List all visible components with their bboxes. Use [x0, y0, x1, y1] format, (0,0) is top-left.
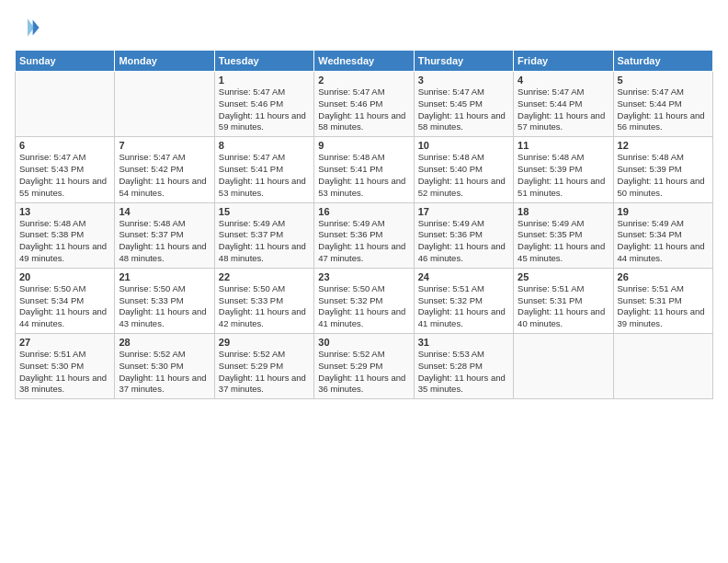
- day-info: Sunrise: 5:49 AMSunset: 5:34 PMDaylight:…: [618, 218, 709, 265]
- day-info: Sunrise: 5:47 AMSunset: 5:46 PMDaylight:…: [318, 86, 409, 133]
- calendar-cell: 2 Sunrise: 5:47 AMSunset: 5:46 PMDayligh…: [314, 72, 414, 137]
- day-number: 19: [618, 206, 709, 217]
- calendar-cell: 15 Sunrise: 5:49 AMSunset: 5:37 PMDaylig…: [214, 202, 313, 268]
- day-info: Sunrise: 5:49 AMSunset: 5:35 PMDaylight:…: [518, 218, 609, 265]
- calendar-week-row: 20 Sunrise: 5:50 AMSunset: 5:34 PMDaylig…: [16, 268, 713, 333]
- calendar-cell: [514, 334, 613, 399]
- day-info: Sunrise: 5:52 AMSunset: 5:29 PMDaylight:…: [318, 349, 409, 396]
- calendar-cell: [115, 72, 214, 137]
- calendar-cell: 6 Sunrise: 5:47 AMSunset: 5:43 PMDayligh…: [16, 137, 115, 202]
- calendar-cell: 8 Sunrise: 5:47 AMSunset: 5:41 PMDayligh…: [214, 137, 313, 202]
- calendar-cell: 3 Sunrise: 5:47 AMSunset: 5:45 PMDayligh…: [414, 72, 513, 137]
- day-number: 20: [19, 271, 110, 282]
- column-header-wednesday: Wednesday: [314, 51, 414, 72]
- calendar-cell: [16, 72, 115, 137]
- page-header: [15, 15, 713, 40]
- day-number: 21: [119, 271, 210, 282]
- calendar-cell: 21 Sunrise: 5:50 AMSunset: 5:33 PMDaylig…: [115, 268, 214, 333]
- day-number: 22: [219, 271, 310, 282]
- calendar-header-row: SundayMondayTuesdayWednesdayThursdayFrid…: [16, 51, 713, 72]
- day-number: 13: [19, 206, 110, 217]
- calendar-cell: 7 Sunrise: 5:47 AMSunset: 5:42 PMDayligh…: [115, 137, 214, 202]
- day-number: 18: [518, 206, 609, 217]
- day-info: Sunrise: 5:47 AMSunset: 5:43 PMDaylight:…: [19, 152, 110, 199]
- day-number: 28: [119, 337, 210, 348]
- day-info: Sunrise: 5:47 AMSunset: 5:45 PMDaylight:…: [418, 86, 509, 133]
- calendar-cell: 13 Sunrise: 5:48 AMSunset: 5:38 PMDaylig…: [16, 202, 115, 268]
- day-info: Sunrise: 5:47 AMSunset: 5:46 PMDaylight:…: [219, 86, 310, 133]
- day-info: Sunrise: 5:48 AMSunset: 5:39 PMDaylight:…: [618, 152, 709, 199]
- calendar-cell: 23 Sunrise: 5:50 AMSunset: 5:32 PMDaylig…: [314, 268, 414, 333]
- day-number: 9: [318, 140, 409, 151]
- day-info: Sunrise: 5:48 AMSunset: 5:38 PMDaylight:…: [19, 218, 110, 265]
- day-number: 6: [19, 140, 110, 151]
- day-info: Sunrise: 5:50 AMSunset: 5:32 PMDaylight:…: [318, 283, 409, 330]
- day-info: Sunrise: 5:52 AMSunset: 5:30 PMDaylight:…: [119, 349, 210, 396]
- day-info: Sunrise: 5:47 AMSunset: 5:44 PMDaylight:…: [618, 86, 709, 133]
- calendar-cell: 19 Sunrise: 5:49 AMSunset: 5:34 PMDaylig…: [613, 202, 712, 268]
- day-info: Sunrise: 5:47 AMSunset: 5:44 PMDaylight:…: [518, 86, 609, 133]
- day-info: Sunrise: 5:47 AMSunset: 5:42 PMDaylight:…: [119, 152, 210, 199]
- calendar-cell: 9 Sunrise: 5:48 AMSunset: 5:41 PMDayligh…: [314, 137, 414, 202]
- logo-icon: [15, 15, 40, 40]
- calendar-cell: 28 Sunrise: 5:52 AMSunset: 5:30 PMDaylig…: [115, 334, 214, 399]
- day-info: Sunrise: 5:48 AMSunset: 5:40 PMDaylight:…: [418, 152, 509, 199]
- day-info: Sunrise: 5:48 AMSunset: 5:41 PMDaylight:…: [318, 152, 409, 199]
- calendar-week-row: 13 Sunrise: 5:48 AMSunset: 5:38 PMDaylig…: [16, 202, 713, 268]
- calendar-cell: [613, 334, 712, 399]
- day-info: Sunrise: 5:51 AMSunset: 5:31 PMDaylight:…: [518, 283, 609, 330]
- logo: [15, 15, 44, 40]
- day-number: 26: [618, 271, 709, 282]
- calendar-cell: 22 Sunrise: 5:50 AMSunset: 5:33 PMDaylig…: [214, 268, 313, 333]
- day-number: 29: [219, 337, 310, 348]
- calendar-cell: 30 Sunrise: 5:52 AMSunset: 5:29 PMDaylig…: [314, 334, 414, 399]
- day-info: Sunrise: 5:51 AMSunset: 5:31 PMDaylight:…: [618, 283, 709, 330]
- calendar-cell: 20 Sunrise: 5:50 AMSunset: 5:34 PMDaylig…: [16, 268, 115, 333]
- calendar-cell: 14 Sunrise: 5:48 AMSunset: 5:37 PMDaylig…: [115, 202, 214, 268]
- day-info: Sunrise: 5:49 AMSunset: 5:36 PMDaylight:…: [318, 218, 409, 265]
- day-number: 4: [518, 75, 609, 86]
- day-number: 8: [219, 140, 310, 151]
- column-header-monday: Monday: [115, 51, 214, 72]
- day-number: 16: [318, 206, 409, 217]
- column-header-thursday: Thursday: [414, 51, 513, 72]
- day-info: Sunrise: 5:49 AMSunset: 5:37 PMDaylight:…: [219, 218, 310, 265]
- column-header-saturday: Saturday: [613, 51, 712, 72]
- calendar-cell: 5 Sunrise: 5:47 AMSunset: 5:44 PMDayligh…: [613, 72, 712, 137]
- calendar-table: SundayMondayTuesdayWednesdayThursdayFrid…: [15, 50, 713, 399]
- calendar-cell: 24 Sunrise: 5:51 AMSunset: 5:32 PMDaylig…: [414, 268, 513, 333]
- calendar-cell: 1 Sunrise: 5:47 AMSunset: 5:46 PMDayligh…: [214, 72, 313, 137]
- day-number: 30: [318, 337, 409, 348]
- calendar-cell: 16 Sunrise: 5:49 AMSunset: 5:36 PMDaylig…: [314, 202, 414, 268]
- day-number: 10: [418, 140, 509, 151]
- calendar-cell: 18 Sunrise: 5:49 AMSunset: 5:35 PMDaylig…: [514, 202, 613, 268]
- calendar-cell: 10 Sunrise: 5:48 AMSunset: 5:40 PMDaylig…: [414, 137, 513, 202]
- day-info: Sunrise: 5:50 AMSunset: 5:33 PMDaylight:…: [219, 283, 310, 330]
- day-info: Sunrise: 5:53 AMSunset: 5:28 PMDaylight:…: [418, 349, 509, 396]
- day-info: Sunrise: 5:49 AMSunset: 5:36 PMDaylight:…: [418, 218, 509, 265]
- column-header-sunday: Sunday: [16, 51, 115, 72]
- calendar-cell: 4 Sunrise: 5:47 AMSunset: 5:44 PMDayligh…: [514, 72, 613, 137]
- day-number: 3: [418, 75, 509, 86]
- calendar-cell: 17 Sunrise: 5:49 AMSunset: 5:36 PMDaylig…: [414, 202, 513, 268]
- day-info: Sunrise: 5:52 AMSunset: 5:29 PMDaylight:…: [219, 349, 310, 396]
- column-header-tuesday: Tuesday: [214, 51, 313, 72]
- day-number: 11: [518, 140, 609, 151]
- calendar-week-row: 1 Sunrise: 5:47 AMSunset: 5:46 PMDayligh…: [16, 72, 713, 137]
- day-number: 12: [618, 140, 709, 151]
- day-info: Sunrise: 5:48 AMSunset: 5:37 PMDaylight:…: [119, 218, 210, 265]
- day-number: 2: [318, 75, 409, 86]
- day-info: Sunrise: 5:47 AMSunset: 5:41 PMDaylight:…: [219, 152, 310, 199]
- calendar-cell: 29 Sunrise: 5:52 AMSunset: 5:29 PMDaylig…: [214, 334, 313, 399]
- day-number: 14: [119, 206, 210, 217]
- calendar-cell: 12 Sunrise: 5:48 AMSunset: 5:39 PMDaylig…: [613, 137, 712, 202]
- day-info: Sunrise: 5:50 AMSunset: 5:34 PMDaylight:…: [19, 283, 110, 330]
- day-number: 27: [19, 337, 110, 348]
- calendar-cell: 31 Sunrise: 5:53 AMSunset: 5:28 PMDaylig…: [414, 334, 513, 399]
- day-number: 15: [219, 206, 310, 217]
- day-number: 31: [418, 337, 509, 348]
- day-info: Sunrise: 5:51 AMSunset: 5:32 PMDaylight:…: [418, 283, 509, 330]
- day-number: 7: [119, 140, 210, 151]
- calendar-cell: 11 Sunrise: 5:48 AMSunset: 5:39 PMDaylig…: [514, 137, 613, 202]
- calendar-cell: 25 Sunrise: 5:51 AMSunset: 5:31 PMDaylig…: [514, 268, 613, 333]
